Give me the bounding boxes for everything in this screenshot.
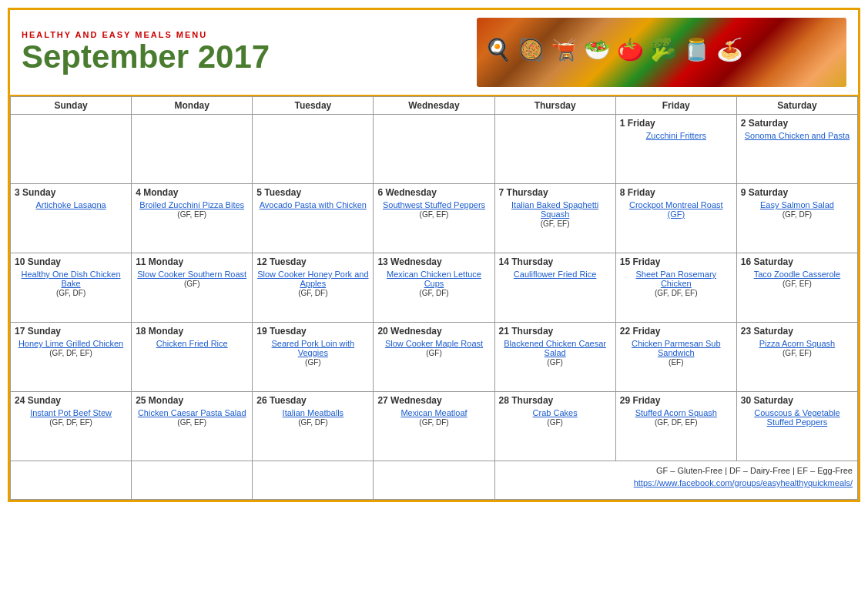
meal-link-7[interactable]: Italian Baked Spaghetti Squash	[499, 200, 612, 219]
footer-legend-text: GF – Gluten-Free | DF – Dairy-Free | EF …	[500, 466, 853, 475]
meal-tags-9: (GF, DF)	[741, 210, 853, 219]
meal-link-19[interactable]: Seared Pork Loin with Veggies	[256, 339, 369, 357]
footer-legend-cell: GF – Gluten-Free | DF – Dairy-Free | EF …	[494, 461, 857, 500]
day-header-29: 29 Friday	[620, 395, 732, 406]
day-header-24: 24 Sunday	[15, 395, 127, 406]
meal-link-16[interactable]: Taco Zoodle Casserole	[741, 270, 853, 279]
cell-w3-d3: 20 WednesdaySlow Cooker Maple Roast(GF)	[374, 323, 494, 392]
meal-link-24[interactable]: Instant Pot Beef Stew	[15, 408, 127, 417]
day-header-23: 23 Saturday	[741, 326, 853, 337]
meal-link-21[interactable]: Blackened Chicken Caesar Salad	[499, 339, 612, 357]
day-header-30: 30 Saturday	[741, 395, 853, 406]
footer-empty-2	[253, 461, 374, 500]
header: Healthy and Easy Meals Menu September 20…	[10, 10, 858, 96]
meal-link-28[interactable]: Crab Cakes	[499, 408, 612, 417]
cell-w4-d6: 30 SaturdayCouscous & Vegetable Stuffed …	[736, 392, 857, 461]
col-friday: Friday	[615, 97, 736, 115]
meal-link-29[interactable]: Stuffed Acorn Squash	[620, 408, 732, 417]
meal-tags-6: (GF, EF)	[377, 210, 490, 219]
meal-tags-26: (GF, DF)	[256, 418, 369, 427]
meal-link-8[interactable]: Crockpot Montreal Roast (GF)	[620, 200, 732, 219]
meal-tags-28: (GF)	[499, 418, 612, 427]
calendar-header-row: Sunday Monday Tuesday Wednesday Thursday…	[11, 97, 858, 115]
day-header-26: 26 Tuesday	[256, 395, 369, 406]
day-header-1: 1 Friday	[620, 118, 732, 129]
cell-w2-d1: 11 MondaySlow Cooker Southern Roast(GF)	[132, 253, 253, 323]
cell-w2-d5: 15 FridaySheet Pan Rosemary Chicken(GF, …	[615, 253, 736, 323]
meal-link-2[interactable]: Sonoma Chicken and Pasta	[741, 131, 853, 140]
meal-link-1[interactable]: Zucchini Fritters	[620, 131, 732, 140]
cell-w0-d3	[374, 115, 494, 184]
footer-empty-0	[11, 461, 132, 500]
day-header-13: 13 Wednesday	[377, 256, 490, 267]
day-header-19: 19 Tuesday	[256, 326, 369, 337]
cell-w2-d6: 16 SaturdayTaco Zoodle Casserole(GF, EF)	[736, 253, 857, 323]
header-image	[477, 18, 846, 87]
cell-w3-d4: 21 ThursdayBlackened Chicken Caesar Sala…	[494, 323, 615, 392]
day-header-17: 17 Sunday	[15, 326, 127, 337]
col-tuesday: Tuesday	[253, 97, 374, 115]
col-sunday: Sunday	[11, 97, 132, 115]
day-header-10: 10 Sunday	[15, 256, 127, 267]
day-header-22: 22 Friday	[620, 326, 732, 337]
meal-tags-13: (GF, DF)	[377, 289, 490, 297]
meal-link-4[interactable]: Broiled Zucchini Pizza Bites	[136, 200, 248, 209]
meal-tags-15: (GF, DF, EF)	[620, 289, 732, 297]
day-header-5: 5 Tuesday	[256, 187, 369, 198]
cell-w1-d4: 7 ThursdayItalian Baked Spaghetti Squash…	[494, 184, 615, 253]
meal-link-9[interactable]: Easy Salmon Salad	[741, 200, 853, 209]
meal-tags-10: (GF, DF)	[15, 289, 127, 297]
cell-w1-d3: 6 WednesdaySouthwest Stuffed Peppers(GF,…	[374, 184, 494, 253]
week-row-3: 17 SundayHoney Lime Grilled Chicken(GF, …	[11, 323, 858, 392]
day-header-8: 8 Friday	[620, 187, 732, 198]
meal-link-11[interactable]: Slow Cooker Southern Roast	[136, 270, 248, 279]
meal-link-18[interactable]: Chicken Fried Rice	[136, 339, 248, 348]
cell-w0-d2	[253, 115, 374, 184]
cell-w2-d4: 14 ThursdayCauliflower Fried Rice	[494, 253, 615, 323]
day-header-28: 28 Thursday	[499, 395, 612, 406]
day-header-3: 3 Sunday	[15, 187, 127, 198]
meal-tags-19: (GF)	[256, 358, 369, 367]
week-row-2: 10 SundayHealthy One Dish Chicken Bake(G…	[11, 253, 858, 323]
calendar-table: Sunday Monday Tuesday Wednesday Thursday…	[10, 96, 858, 500]
meal-link-23[interactable]: Pizza Acorn Squash	[741, 339, 853, 348]
day-header-6: 6 Wednesday	[377, 187, 490, 198]
col-thursday: Thursday	[494, 97, 615, 115]
day-header-15: 15 Friday	[620, 256, 732, 267]
meal-tags-11: (GF)	[136, 280, 248, 288]
day-header-16: 16 Saturday	[741, 256, 853, 267]
meal-link-15[interactable]: Sheet Pan Rosemary Chicken	[620, 270, 732, 288]
meal-tags-7: (GF, EF)	[499, 219, 612, 228]
meal-link-22[interactable]: Chicken Parmesan Sub Sandwich	[620, 339, 732, 357]
cell-w0-d0	[11, 115, 132, 184]
day-header-2: 2 Saturday	[741, 118, 853, 129]
footer-link[interactable]: https://www.facebook.com/groups/easyheal…	[500, 478, 853, 487]
meal-link-13[interactable]: Mexican Chicken Lettuce Cups	[377, 270, 490, 288]
meal-link-30[interactable]: Couscous & Vegetable Stuffed Peppers	[741, 408, 853, 427]
day-header-25: 25 Monday	[136, 395, 248, 406]
header-title: September 2017	[22, 39, 270, 75]
meal-link-14[interactable]: Cauliflower Fried Rice	[499, 270, 612, 279]
meal-link-6[interactable]: Southwest Stuffed Peppers	[377, 200, 490, 209]
day-header-27: 27 Wednesday	[377, 395, 490, 406]
footer-empty-3	[374, 461, 494, 500]
cell-w4-d5: 29 FridayStuffed Acorn Squash(GF, DF, EF…	[615, 392, 736, 461]
meal-link-10[interactable]: Healthy One Dish Chicken Bake	[15, 270, 127, 288]
meal-link-25[interactable]: Chicken Caesar Pasta Salad	[136, 408, 248, 417]
day-header-4: 4 Monday	[136, 187, 248, 198]
col-monday: Monday	[132, 97, 253, 115]
meal-link-3[interactable]: Artichoke Lasagna	[15, 200, 127, 209]
meal-tags-4: (GF, EF)	[136, 210, 248, 219]
meal-tags-22: (EF)	[620, 358, 732, 367]
meal-tags-23: (GF, EF)	[741, 349, 853, 357]
meal-link-27[interactable]: Mexican Meatloaf	[377, 408, 490, 417]
day-header-7: 7 Thursday	[499, 187, 612, 198]
meal-link-26[interactable]: Italian Meatballs	[256, 408, 369, 417]
meal-link-17[interactable]: Honey Lime Grilled Chicken	[15, 339, 127, 348]
meal-link-5[interactable]: Avocado Pasta with Chicken	[256, 200, 369, 209]
week-row-0: 1 FridayZucchini Fritters2 SaturdaySonom…	[11, 115, 858, 184]
meal-link-12[interactable]: Slow Cooker Honey Pork and Apples	[256, 270, 369, 288]
header-text: Healthy and Easy Meals Menu September 20…	[22, 30, 270, 75]
day-header-14: 14 Thursday	[499, 256, 612, 267]
meal-link-20[interactable]: Slow Cooker Maple Roast	[377, 339, 490, 348]
